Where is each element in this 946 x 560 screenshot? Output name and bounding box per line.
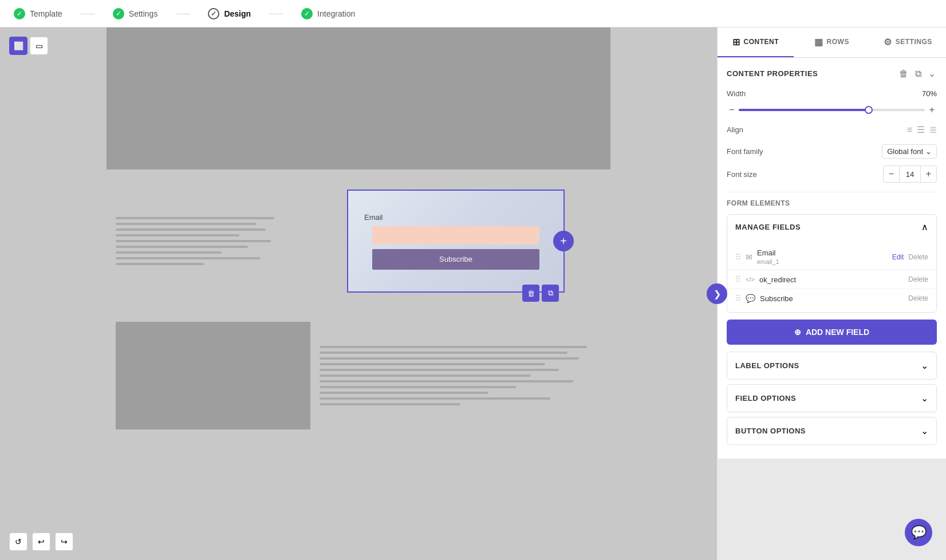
email-type-icon: ✉	[746, 253, 752, 262]
nav-step-template[interactable]: ✓ Template	[14, 8, 62, 19]
font-family-row: Font family Global font ⌄	[727, 144, 937, 159]
align-center-btn[interactable]: ☰	[917, 124, 925, 135]
ok-redirect-drag-icon: ⠿	[735, 275, 741, 284]
field-options-header[interactable]: FIELD OPTIONS ⌄	[727, 384, 937, 412]
canvas-toolbar: ⬜ ▭	[9, 37, 48, 55]
chat-button[interactable]: 💬	[905, 519, 932, 546]
align-label: Align	[727, 125, 743, 134]
email-field-name: Email	[757, 249, 888, 257]
panel-body: CONTENT PROPERTIES 🗑 ⧉ ⌄ Width 70% −	[718, 58, 946, 459]
email-label: Email	[364, 213, 383, 222]
mobile-view-btn[interactable]: ▭	[30, 37, 48, 55]
manage-fields-body: ⠿ ✉ Email email_1 Edit Delete	[727, 239, 936, 312]
field-options-title: FIELD OPTIONS	[735, 394, 796, 403]
page-content: Email Subscribe + 🗑 ⧉	[107, 27, 610, 439]
align-buttons: ≡ ☰ ≣	[907, 124, 937, 135]
nav-step-settings[interactable]: ✓ Settings	[113, 8, 158, 19]
panel-toggle-btn[interactable]: ❯	[707, 283, 727, 304]
field-item-email: ⠿ ✉ Email email_1 Edit Delete	[727, 244, 936, 270]
width-slider-thumb[interactable]	[865, 106, 873, 114]
tab-rows[interactable]: ▦ ROWS	[794, 27, 870, 57]
form-elements-section: FORM ELEMENTS MANAGE FIELDS ∧ ⠿ ✉	[727, 199, 937, 445]
font-size-increase-btn[interactable]: +	[920, 166, 936, 182]
nav-step-design[interactable]: ✓ Design	[208, 8, 251, 19]
form-elements-title: FORM ELEMENTS	[727, 199, 937, 207]
email-edit-btn[interactable]: Edit	[892, 253, 904, 261]
subscribe-delete-btn[interactable]: Delete	[908, 294, 928, 302]
text-line-4	[116, 234, 239, 236]
duplicate-form-btn[interactable]: ⧉	[542, 285, 559, 302]
delete-content-btn[interactable]: 🗑	[898, 68, 909, 80]
button-options-header[interactable]: BUTTON OPTIONS ⌄	[727, 417, 937, 445]
text-line-9	[116, 263, 204, 265]
desktop-view-btn[interactable]: ⬜	[9, 37, 27, 55]
text-line-5	[116, 240, 271, 242]
width-slider-fill	[739, 109, 869, 111]
form-widget[interactable]: Email Subscribe + 🗑 ⧉	[347, 190, 565, 293]
redo-btn2[interactable]: ↩	[32, 533, 50, 551]
bottom-text-line-7	[320, 380, 573, 382]
bottom-text-line-4	[320, 363, 545, 365]
align-right-btn[interactable]: ≣	[929, 124, 937, 135]
subscribe-field-actions: Delete	[908, 294, 928, 302]
label-options-header[interactable]: LABEL OPTIONS ⌄	[727, 352, 937, 380]
ok-redirect-field-info: ok_redirect	[759, 275, 904, 284]
width-slider-row: − +	[727, 105, 937, 115]
label-options-title: LABEL OPTIONS	[735, 361, 799, 370]
undo-btn[interactable]: ↺	[9, 533, 27, 551]
content-tab-label: CONTENT	[744, 38, 779, 46]
ok-redirect-delete-btn[interactable]: Delete	[908, 275, 928, 283]
content-properties-header: CONTENT PROPERTIES 🗑 ⧉ ⌄	[727, 67, 937, 80]
font-family-label: Font family	[727, 147, 763, 156]
forward-btn[interactable]: ↪	[55, 533, 73, 551]
main-layout: ⬜ ▭	[0, 27, 946, 560]
text-line-7	[116, 251, 222, 254]
top-nav: ✓ Template —— ✓ Settings —— ✓ Design —— …	[0, 0, 946, 27]
section-actions: 🗑 ⧉ ⌄	[898, 67, 937, 80]
width-label: Width	[727, 89, 746, 98]
bottom-text-column	[320, 322, 601, 429]
template-step-label: Template	[30, 9, 62, 18]
align-left-btn[interactable]: ≡	[907, 124, 912, 135]
email-drag-icon: ⠿	[735, 253, 741, 262]
duplicate-content-btn[interactable]: ⧉	[914, 68, 923, 80]
add-row-btn[interactable]: +	[553, 231, 574, 251]
right-panel: ⊞ CONTENT ▦ ROWS ⚙ SETTINGS CONTENT PROP…	[717, 27, 946, 459]
font-family-select[interactable]: Global font ⌄	[882, 144, 937, 159]
collapse-content-btn[interactable]: ⌄	[927, 67, 937, 80]
email-delete-btn[interactable]: Delete	[908, 253, 928, 261]
step-divider-1: ——	[81, 10, 94, 18]
text-line-1	[116, 217, 274, 219]
form-action-buttons: 🗑 ⧉	[522, 285, 559, 302]
width-plus-btn[interactable]: +	[927, 105, 937, 115]
right-panel-wrapper: ❯ ⊞ CONTENT ▦ ROWS ⚙ SETTINGS	[717, 27, 946, 560]
tab-content[interactable]: ⊞ CONTENT	[718, 27, 794, 57]
width-minus-btn[interactable]: −	[727, 105, 736, 115]
subscribe-button-preview[interactable]: Subscribe	[372, 249, 539, 270]
canvas-area: ⬜ ▭	[0, 27, 717, 560]
add-new-field-btn[interactable]: ⊕ ADD NEW FIELD	[727, 320, 937, 345]
bottom-text-line-11	[320, 403, 460, 405]
left-text-block	[107, 169, 301, 313]
bottom-text-line-2	[320, 352, 567, 354]
bottom-text-line-8	[320, 386, 517, 388]
manage-fields-title: MANAGE FIELDS	[735, 223, 801, 231]
manage-fields-header[interactable]: MANAGE FIELDS ∧	[727, 215, 936, 239]
font-size-decrease-btn[interactable]: −	[884, 166, 900, 182]
tab-settings[interactable]: ⚙ SETTINGS	[870, 27, 946, 57]
content-tab-icon: ⊞	[732, 37, 740, 48]
text-line-8	[116, 257, 261, 259]
nav-step-integration[interactable]: ✓ Integration	[301, 8, 355, 19]
top-image-block	[107, 27, 610, 169]
width-slider-track[interactable]	[739, 109, 924, 111]
width-row: Width 70%	[727, 89, 937, 98]
form-area: Email Subscribe + 🗑 ⧉	[301, 169, 610, 313]
panel-tabs: ⊞ CONTENT ▦ ROWS ⚙ SETTINGS	[718, 27, 946, 58]
subscribe-field-name: Subscribe	[760, 294, 904, 303]
bottom-text-line-10	[320, 397, 550, 400]
ok-redirect-field-actions: Delete	[908, 275, 928, 283]
width-slider-container: − +	[727, 105, 937, 115]
settings-step-label: Settings	[129, 9, 158, 18]
delete-form-btn[interactable]: 🗑	[522, 285, 539, 302]
template-step-icon: ✓	[14, 8, 25, 19]
